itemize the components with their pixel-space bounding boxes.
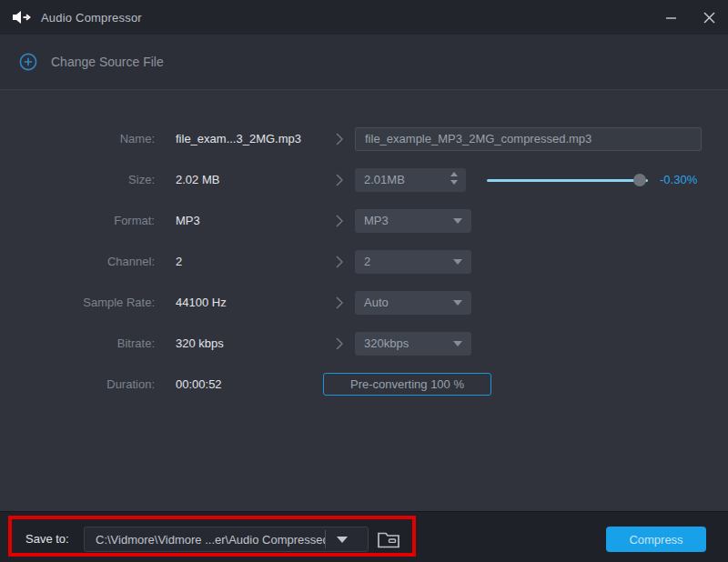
row-sample-rate: Sample Rate: 44100 Hz Auto bbox=[0, 282, 728, 323]
plus-circle-icon bbox=[19, 53, 37, 71]
row-size: Size: 2.02 MB 2.01MB -0.30% bbox=[0, 159, 728, 200]
slider-thumb[interactable] bbox=[633, 174, 646, 186]
compressor-form: Name: file_exam...3_2MG.mp3 Size: 2.02 M… bbox=[0, 90, 728, 511]
sample-rate-label: Sample Rate: bbox=[0, 296, 155, 309]
chevron-right-icon bbox=[323, 172, 355, 188]
target-size-value: 2.01MB bbox=[364, 173, 405, 186]
row-bitrate: Bitrate: 320 kbps 320kbps bbox=[0, 323, 728, 364]
chevron-right-icon bbox=[323, 213, 355, 229]
size-change-percent: -0.30% bbox=[660, 173, 697, 186]
spinner-arrows[interactable] bbox=[450, 172, 458, 185]
caret-down-icon bbox=[453, 300, 462, 306]
bitrate-label: Bitrate: bbox=[0, 336, 155, 350]
duration-label: Duration: bbox=[0, 377, 155, 391]
target-size-spinner[interactable]: 2.01MB bbox=[355, 168, 466, 192]
save-path-combobox[interactable]: C:\Vidmore\Vidmore ...er\Audio Compresse… bbox=[84, 527, 369, 552]
minimize-icon bbox=[665, 12, 677, 24]
format-label: Format: bbox=[0, 214, 155, 227]
format-dropdown[interactable]: MP3 bbox=[355, 209, 471, 233]
sample-rate-selected: Auto bbox=[364, 296, 389, 309]
bitrate-dropdown[interactable]: 320kbps bbox=[355, 332, 471, 356]
footer-bar: Save to: C:\Vidmore\Vidmore ...er\Audio … bbox=[0, 511, 728, 562]
bitrate-source-value: 320 kbps bbox=[155, 336, 323, 350]
browse-folder-button[interactable] bbox=[374, 528, 403, 550]
format-source-value: MP3 bbox=[155, 214, 323, 227]
channel-dropdown[interactable]: 2 bbox=[355, 250, 471, 274]
spinner-down-icon[interactable] bbox=[450, 180, 458, 185]
output-name-input[interactable] bbox=[355, 127, 702, 151]
duration-source-value: 00:00:52 bbox=[155, 377, 323, 391]
minimize-button[interactable] bbox=[652, 0, 690, 35]
save-path-dropdown-button[interactable] bbox=[326, 537, 358, 543]
titlebar: Audio Compressor bbox=[0, 0, 728, 35]
chevron-right-icon bbox=[323, 295, 355, 311]
close-button[interactable] bbox=[690, 0, 728, 35]
row-channel: Channel: 2 2 bbox=[0, 241, 728, 282]
sample-rate-source-value: 44100 Hz bbox=[155, 296, 323, 309]
bitrate-selected: 320kbps bbox=[364, 336, 409, 350]
chevron-right-icon bbox=[323, 131, 355, 147]
channel-selected: 2 bbox=[364, 255, 370, 268]
folder-open-icon bbox=[377, 529, 400, 549]
channel-source-value: 2 bbox=[155, 255, 323, 268]
change-source-file-label: Change Source File bbox=[51, 55, 164, 69]
spinner-up-icon[interactable] bbox=[450, 172, 458, 176]
channel-label: Channel: bbox=[0, 255, 155, 268]
row-name: Name: file_exam...3_2MG.mp3 bbox=[0, 118, 728, 159]
caret-down-icon bbox=[453, 218, 462, 224]
format-selected: MP3 bbox=[364, 214, 389, 227]
caret-down-icon bbox=[337, 537, 348, 543]
name-label: Name: bbox=[0, 132, 155, 146]
save-to-label: Save to: bbox=[25, 527, 69, 552]
close-icon bbox=[703, 12, 715, 24]
preconverting-button[interactable]: Pre-converting 100 % bbox=[323, 373, 491, 396]
slider-track bbox=[487, 179, 648, 182]
row-duration: Duration: 00:00:52 Pre-converting 100 % bbox=[0, 364, 728, 405]
source-header-band: Change Source File bbox=[0, 35, 728, 90]
name-source-value: file_exam...3_2MG.mp3 bbox=[155, 132, 323, 146]
caret-down-icon bbox=[453, 341, 462, 346]
change-source-file-button[interactable]: Change Source File bbox=[19, 53, 164, 71]
size-slider[interactable] bbox=[487, 174, 648, 186]
save-path-value: C:\Vidmore\Vidmore ...er\Audio Compresse… bbox=[85, 533, 325, 547]
window-title: Audio Compressor bbox=[41, 11, 142, 25]
sample-rate-dropdown[interactable]: Auto bbox=[355, 291, 471, 315]
row-format: Format: MP3 MP3 bbox=[0, 200, 728, 241]
compress-button[interactable]: Compress bbox=[606, 527, 706, 552]
chevron-right-icon bbox=[323, 254, 355, 270]
speaker-compress-icon bbox=[12, 9, 32, 25]
chevron-right-icon bbox=[323, 336, 355, 352]
caret-down-icon bbox=[453, 259, 462, 265]
size-label: Size: bbox=[0, 173, 155, 186]
size-source-value: 2.02 MB bbox=[155, 173, 323, 186]
